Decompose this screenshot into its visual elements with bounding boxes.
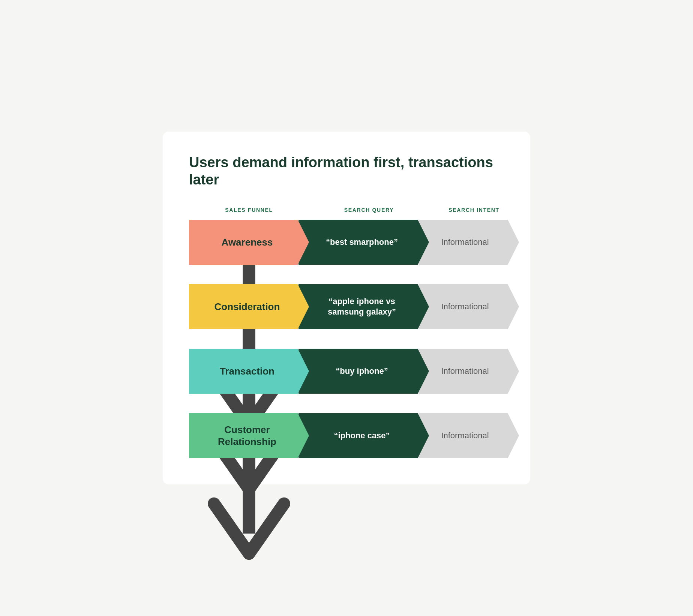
intent-cell-transaction: Informational	[418, 349, 519, 394]
column-headers: SALES FUNNEL SEARCH QUERY SEARCH INTENT	[189, 207, 504, 213]
stage-label-transaction: Transaction	[216, 365, 282, 378]
funnel-rows: Awareness “best smarphone” Informational…	[189, 220, 504, 458]
stage-label-consideration: Consideration	[211, 301, 288, 313]
funnel-row-awareness: Awareness “best smarphone” Informational	[189, 220, 504, 265]
page-title: Users demand information first, transact…	[189, 154, 504, 188]
intent-cell-consideration: Informational	[418, 284, 519, 329]
query-cell-awareness: “best smarphone”	[298, 220, 429, 265]
intent-cell-awareness: Informational	[418, 220, 519, 265]
query-cell-customer: “iphone case”	[298, 413, 429, 458]
stage-cell-consideration: Consideration	[189, 284, 309, 329]
intent-label-customer: Informational	[434, 431, 504, 441]
query-label-customer: “iphone case”	[322, 430, 405, 441]
main-card: Users demand information first, transact…	[163, 132, 530, 484]
intent-cell-customer: Informational	[418, 413, 519, 458]
intent-label-consideration: Informational	[434, 302, 504, 312]
spacer-row	[189, 265, 504, 284]
spacer-row	[189, 329, 504, 349]
intent-label-transaction: Informational	[434, 366, 504, 376]
col-header-sales-funnel: SALES FUNNEL	[189, 207, 309, 213]
query-cell-consideration: “apple iphone vs samsung galaxy”	[298, 284, 429, 329]
query-label-consideration: “apple iphone vs samsung galaxy”	[298, 296, 429, 318]
funnel-row-consideration: Consideration “apple iphone vs samsung g…	[189, 284, 504, 329]
query-label-transaction: “buy iphone”	[324, 366, 403, 377]
query-label-awareness: “best smarphone”	[315, 237, 413, 248]
stage-label-customer: CustomerRelationship	[214, 424, 284, 448]
funnel-row-customer: CustomerRelationship “iphone case” Infor…	[189, 413, 504, 458]
funnel-row-transaction: Transaction “buy iphone” Informational	[189, 349, 504, 394]
stage-cell-customer: CustomerRelationship	[189, 413, 309, 458]
stage-cell-transaction: Transaction	[189, 349, 309, 394]
intent-label-awareness: Informational	[434, 237, 504, 247]
stage-cell-awareness: Awareness	[189, 220, 309, 265]
stage-label-awareness: Awareness	[218, 236, 280, 249]
spacer-row	[189, 394, 504, 413]
col-header-search-query: SEARCH QUERY	[309, 207, 429, 213]
query-cell-transaction: “buy iphone”	[298, 349, 429, 394]
col-header-search-intent: SEARCH INTENT	[429, 207, 519, 213]
